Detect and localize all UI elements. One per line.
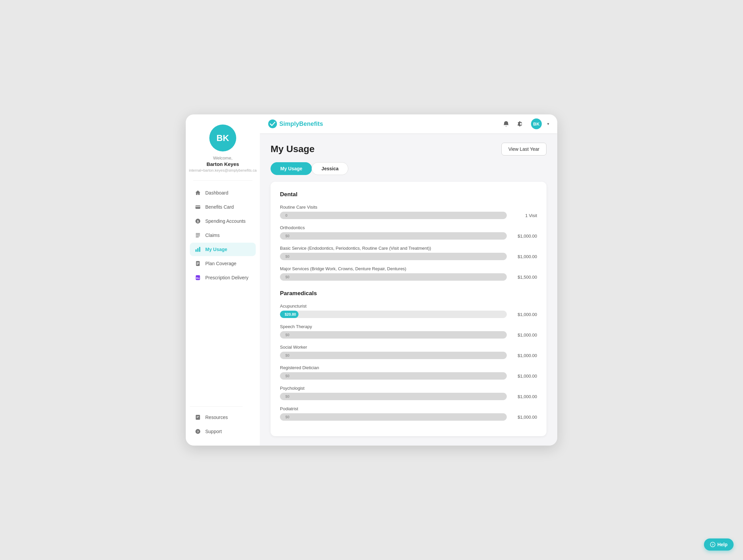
user-name: Barton Keyes <box>207 161 239 167</box>
usage-item-label: Speech Therapy <box>280 324 537 329</box>
top-bar-actions: BK ▾ <box>501 118 549 129</box>
progress-bar-container: $0 <box>280 273 507 281</box>
svg-rect-8 <box>196 249 197 252</box>
usage-item-label: Podiatrist <box>280 406 537 411</box>
sidebar-item-claims[interactable]: Claims <box>190 229 256 242</box>
usage-item-label: Basic Service (Endodontics, Periodontics… <box>280 246 537 251</box>
svg-rect-4 <box>196 233 200 234</box>
usage-item-label: Orthodontics <box>280 225 537 230</box>
sidebar-label-resources: Resources <box>205 415 228 420</box>
sidebar-item-my-usage[interactable]: My Usage <box>190 243 256 256</box>
sidebar-item-spending-accounts[interactable]: $ Spending Accounts <box>190 214 256 228</box>
logo: SimplyBenefits <box>268 119 323 129</box>
settings-button[interactable] <box>516 119 526 129</box>
usage-item-label: Psychologist <box>280 386 537 391</box>
svg-rect-10 <box>199 247 201 252</box>
progress-row: $20.80 $1,000.00 <box>280 311 537 318</box>
progress-row: $0 $1,000.00 <box>280 331 537 339</box>
progress-bar-fill: $20.80 <box>280 311 298 318</box>
usage-item-label: Registered Dietician <box>280 365 537 370</box>
sidebar-label-prescription-delivery: Prescription Delivery <box>205 275 248 280</box>
main-content: SimplyBenefits BK ▾ My Usage View Las <box>260 114 557 446</box>
notification-button[interactable] <box>501 119 511 129</box>
svg-text:Rx: Rx <box>196 277 200 280</box>
tab-my-usage[interactable]: My Usage <box>271 162 312 175</box>
sidebar-item-support[interactable]: ? Support <box>190 425 256 438</box>
sidebar-label-plan-coverage: Plan Coverage <box>205 261 237 266</box>
nav-list: Dashboard Benefits Card $ Spending Accou… <box>186 186 260 285</box>
sidebar-label-spending-accounts: Spending Accounts <box>205 218 246 224</box>
usage-item-label: Routine Care Visits <box>280 205 537 210</box>
sidebar-item-resources[interactable]: Resources <box>190 411 256 424</box>
chevron-down-icon: ▾ <box>547 121 549 126</box>
logo-icon <box>268 119 277 129</box>
help-circle-icon: ? <box>194 428 201 435</box>
bar-chart-icon <box>194 246 201 253</box>
svg-rect-5 <box>196 234 200 235</box>
svg-text:$: $ <box>197 220 199 223</box>
usage-item-label: Social Worker <box>280 345 537 350</box>
sidebar-item-benefits-card[interactable]: Benefits Card <box>190 200 256 214</box>
progress-bar-container: $0 <box>280 253 507 260</box>
progress-row: $0 $1,000.00 <box>280 413 537 421</box>
user-badge[interactable]: BK <box>531 118 542 129</box>
sidebar-item-plan-coverage[interactable]: Plan Coverage <box>190 257 256 270</box>
dollar-icon: $ <box>194 218 201 224</box>
progress-bar-fill: 0 <box>280 212 507 219</box>
svg-rect-17 <box>197 416 199 417</box>
progress-bar-fill: $0 <box>280 393 507 400</box>
svg-rect-14 <box>197 264 198 265</box>
usage-item-registered-dietician: Registered Dietician $0 $1,000.00 <box>280 365 537 380</box>
progress-bar-container: $0 <box>280 372 507 380</box>
usage-item-acupuncturist: Acupuncturist $20.80 $1,000.00 <box>280 304 537 318</box>
app-container: BK Welcome, Barton Keyes internal+barton… <box>186 114 557 446</box>
page-area: My Usage View Last Year My Usage Jessica… <box>260 133 557 446</box>
usage-item-psychologist: Psychologist $0 $1,000.00 <box>280 386 537 400</box>
svg-rect-12 <box>197 262 199 262</box>
sidebar-label-dashboard: Dashboard <box>205 190 228 196</box>
progress-row: $0 $1,000.00 <box>280 232 537 240</box>
usage-item-label: Acupuncturist <box>280 304 537 309</box>
usage-item-routine-care: Routine Care Visits 0 1 Visit <box>280 205 537 219</box>
progress-bar-container: $0 <box>280 413 507 421</box>
card-icon <box>194 204 201 210</box>
svg-rect-6 <box>196 236 200 236</box>
svg-text:?: ? <box>197 430 199 433</box>
svg-rect-7 <box>196 237 199 238</box>
sidebar-label-my-usage: My Usage <box>205 247 227 252</box>
list-icon <box>194 232 201 239</box>
progress-bar-container: $20.80 <box>280 311 507 318</box>
sidebar-label-support: Support <box>205 429 222 434</box>
user-email: internal+barton.keyes@simplybenefits.ca <box>186 168 260 172</box>
tab-jessica[interactable]: Jessica <box>312 162 348 175</box>
document-icon <box>194 260 201 267</box>
progress-row: $0 $1,000.00 <box>280 253 537 260</box>
paramedicals-section-title: Paramedicals <box>280 290 537 297</box>
bell-icon <box>503 120 509 127</box>
svg-point-21 <box>268 119 277 128</box>
svg-rect-0 <box>196 206 200 209</box>
view-last-year-button[interactable]: View Last Year <box>501 143 546 155</box>
usage-item-label: Major Services (Bridge Work, Crowns, Den… <box>280 266 537 271</box>
progress-row: $0 $1,000.00 <box>280 393 537 400</box>
progress-bar-container: 0 <box>280 212 507 219</box>
sidebar-item-prescription-delivery[interactable]: Rx Prescription Delivery <box>190 271 256 284</box>
sidebar-label-benefits-card: Benefits Card <box>205 204 234 210</box>
progress-bar-fill: $0 <box>280 253 507 260</box>
usage-item-podiatrist: Podiatrist $0 $1,000.00 <box>280 406 537 421</box>
progress-bar-fill: $0 <box>280 273 507 281</box>
dental-section-title: Dental <box>280 191 537 198</box>
progress-row: $0 $1,000.00 <box>280 372 537 380</box>
progress-bar-fill: $0 <box>280 372 507 380</box>
progress-bar-fill: $0 <box>280 413 507 421</box>
svg-rect-1 <box>196 206 200 207</box>
progress-bar-fill: $0 <box>280 232 507 240</box>
bottom-nav: Resources ? Support <box>186 406 260 439</box>
logo-text: SimplyBenefits <box>279 120 323 128</box>
gear-icon <box>518 120 524 127</box>
sidebar-item-dashboard[interactable]: Dashboard <box>190 186 256 200</box>
usage-card: Dental Routine Care Visits 0 1 Visit <box>271 182 546 436</box>
avatar: BK <box>209 125 236 151</box>
svg-rect-18 <box>197 417 198 418</box>
usage-item-speech-therapy: Speech Therapy $0 $1,000.00 <box>280 324 537 339</box>
